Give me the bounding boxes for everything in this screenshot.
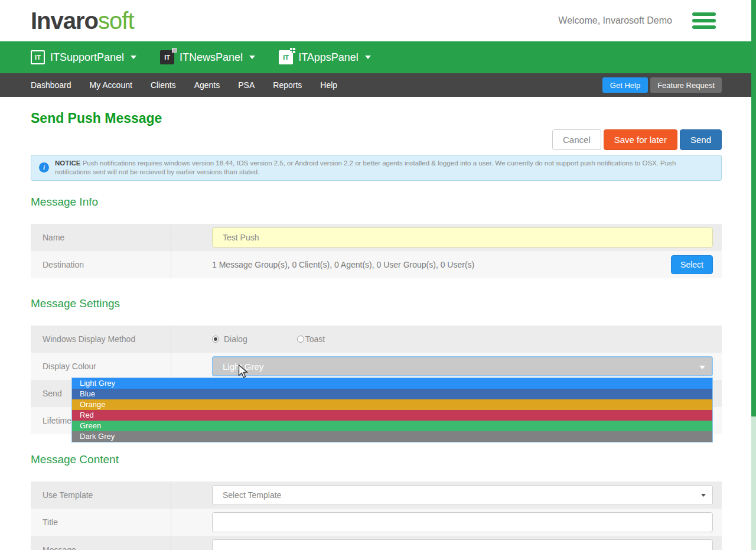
page-title: Send Push Message — [31, 110, 722, 126]
table-row-name: Name — [31, 224, 722, 251]
cancel-button[interactable]: Cancel — [552, 129, 601, 150]
invarosoft-logo: Invarosoft — [31, 9, 134, 32]
apps-grid-badge-icon — [290, 48, 295, 53]
colour-option-green[interactable]: Green — [72, 421, 712, 431]
message-label: Message — [31, 536, 171, 550]
table-row-destination: Destination 1 Message Group(s), 0 Client… — [31, 251, 722, 278]
name-input[interactable] — [212, 227, 713, 248]
logo-text-primary: Invaro — [31, 8, 98, 34]
display-colour-value: Light Grey — [223, 362, 263, 372]
message-settings-table: Windows Display Method Dialog Toast Disp… — [31, 326, 722, 434]
destination-select-button[interactable]: Select — [671, 255, 713, 274]
use-template-select[interactable]: Select Template — [212, 485, 713, 505]
colour-option-dark-grey[interactable]: Dark Grey — [72, 431, 712, 442]
send-button[interactable]: Send — [680, 129, 722, 150]
top-header: Invarosoft Welcome, Invarosoft Demo — [0, 0, 756, 41]
nav-item-reports[interactable]: Reports — [273, 80, 302, 90]
table-row-use-template: Use Template Select Template — [31, 481, 722, 509]
nav-item-dashboard[interactable]: Dashboard — [31, 80, 71, 90]
toast-radio-label: Toast — [305, 334, 325, 344]
display-colour-label: Display Colour — [31, 353, 171, 380]
colour-option-red[interactable]: Red — [72, 410, 712, 421]
message-content-table: Use Template Select Template Title Messa… — [31, 481, 722, 550]
nav-item-my-account[interactable]: My Account — [90, 80, 132, 90]
colour-options-dropdown: Light Grey Blue Orange Red Green Dark Gr… — [71, 377, 713, 442]
dialog-radio-label: Dialog — [224, 334, 247, 344]
nav-item-psa[interactable]: PSA — [238, 80, 255, 90]
name-label: Name — [31, 224, 171, 251]
message-info-table: Name Destination 1 Message Group(s), 0 C… — [31, 224, 722, 278]
nav-itnewspanel[interactable]: IT ITNewsPanel — [160, 50, 255, 64]
nav-itsupportpanel[interactable]: IT ITSupportPanel — [31, 50, 136, 64]
table-row-message: Message — [31, 536, 722, 550]
title-label: Title — [31, 509, 171, 536]
colour-option-light-grey[interactable]: Light Grey — [72, 378, 712, 389]
table-row-display-colour: Display Colour Light Grey Light Grey Blu… — [31, 353, 722, 380]
itnewspanel-label: ITNewsPanel — [180, 51, 243, 64]
hamburger-menu-icon[interactable] — [692, 9, 716, 32]
itappspanel-label: ITAppsPanel — [298, 51, 359, 64]
itnewspanel-icon: IT — [160, 50, 174, 64]
get-help-button[interactable]: Get Help — [602, 77, 648, 93]
message-settings-heading: Message Settings — [31, 297, 722, 310]
nav-item-clients[interactable]: Clients — [151, 80, 176, 90]
itsupportpanel-icon: IT — [31, 50, 45, 64]
notice-label: NOTICE — [55, 160, 80, 167]
main-nav-bar: Dashboard My Account Clients Agents PSA … — [0, 73, 756, 97]
display-method-label: Windows Display Method — [31, 326, 171, 353]
use-template-value: Select Template — [223, 490, 281, 500]
nav-item-help[interactable]: Help — [320, 80, 337, 90]
info-icon: i — [39, 162, 49, 173]
colour-option-orange[interactable]: Orange — [72, 399, 712, 410]
page-actions: Cancel Save for later Send — [31, 129, 722, 150]
title-input[interactable] — [212, 512, 713, 532]
dialog-radio-group: Dialog — [212, 334, 247, 344]
notice-text: Push notifications requires windows vers… — [55, 160, 676, 175]
nav-itappspanel[interactable]: IT ITAppsPanel — [279, 50, 371, 64]
toast-radio-group: Toast — [297, 334, 325, 344]
message-input[interactable] — [212, 539, 713, 550]
feature-request-button[interactable]: Feature Request — [650, 77, 722, 93]
itappspanel-icon: IT — [279, 50, 293, 64]
chevron-down-icon — [365, 56, 371, 59]
use-template-label: Use Template — [31, 481, 171, 509]
destination-label: Destination — [31, 251, 171, 278]
news-badge-icon — [172, 48, 177, 53]
notice-banner: i NOTICE Push notifications requires win… — [31, 155, 722, 181]
dialog-radio[interactable] — [212, 336, 219, 343]
panel-nav-bar: IT ITSupportPanel IT ITNewsPanel IT ITAp… — [0, 41, 756, 73]
welcome-text: Welcome, Invarosoft Demo — [558, 15, 672, 26]
toast-radio[interactable] — [297, 336, 304, 343]
destination-summary: 1 Message Group(s), 0 Client(s), 0 Agent… — [212, 260, 474, 269]
nav-item-agents[interactable]: Agents — [194, 80, 220, 90]
page-content: Send Push Message Cancel Save for later … — [0, 110, 756, 550]
chevron-down-icon — [131, 56, 136, 59]
table-row-title: Title — [31, 509, 722, 536]
colour-option-blue[interactable]: Blue — [72, 389, 712, 399]
message-info-heading: Message Info — [31, 196, 722, 209]
table-row-display-method: Windows Display Method Dialog Toast — [31, 326, 722, 353]
page-scrollbar[interactable] — [751, 0, 756, 550]
display-colour-select[interactable]: Light Grey — [212, 356, 713, 376]
message-content-heading: Message Content — [31, 453, 722, 466]
scrollbar-thumb[interactable] — [751, 0, 756, 416]
save-for-later-button[interactable]: Save for later — [604, 129, 677, 150]
chevron-down-icon — [249, 56, 255, 59]
logo-text-secondary: soft — [98, 8, 133, 34]
select-arrow-icon — [701, 494, 706, 497]
itsupportpanel-label: ITSupportPanel — [50, 51, 124, 64]
select-arrow-icon — [699, 366, 705, 369]
